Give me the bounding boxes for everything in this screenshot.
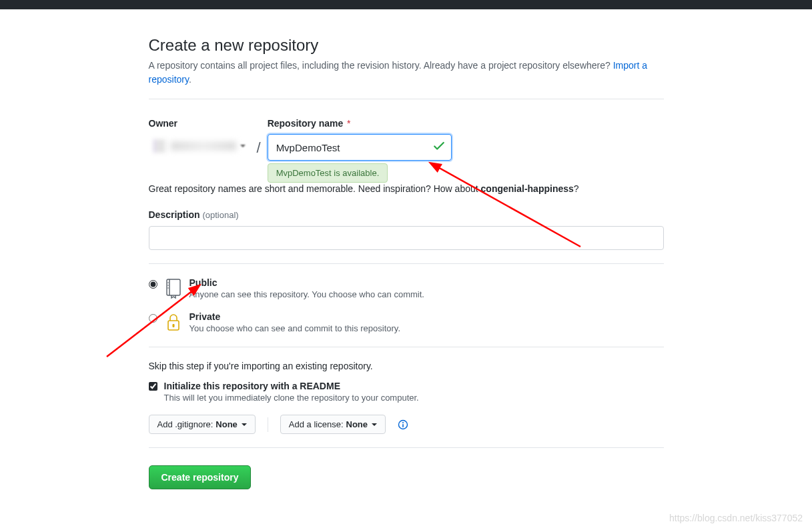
- license-select[interactable]: Add a license: None: [280, 415, 386, 434]
- check-icon: [433, 140, 445, 155]
- watermark: https://blog.csdn.net/kiss377052: [669, 513, 803, 523]
- top-nav-bar: [0, 0, 812, 9]
- owner-label: Owner: [149, 118, 250, 129]
- svg-rect-6: [172, 324, 174, 327]
- public-title: Public: [189, 277, 424, 288]
- form-container: Create a new repository A repository con…: [149, 9, 664, 489]
- slash-separator: /: [257, 139, 261, 157]
- private-sub: You choose who can see and commit to thi…: [189, 323, 401, 333]
- create-repository-button[interactable]: Create repository: [149, 465, 252, 489]
- lock-icon: [163, 311, 184, 333]
- public-sub: Anyone can see this repository. You choo…: [189, 289, 424, 299]
- divider: [149, 263, 664, 264]
- public-radio[interactable]: [149, 280, 157, 289]
- owner-name-redacted: [171, 141, 236, 151]
- repository-name-input[interactable]: [268, 134, 452, 161]
- divider: [149, 99, 664, 99]
- required-star: *: [347, 118, 350, 129]
- description-input[interactable]: [149, 226, 664, 250]
- private-title: Private: [189, 311, 401, 322]
- repo-name-label: Repository name *: [268, 118, 452, 129]
- lead-text: A repository contains all project files,…: [149, 60, 613, 71]
- svg-point-4: [167, 287, 169, 289]
- chevron-down-icon: [240, 145, 246, 147]
- repo-icon: [163, 277, 184, 299]
- gitignore-select[interactable]: Add .gitignore: None: [149, 415, 256, 434]
- readme-title: Initialize this repository with a README: [164, 381, 419, 391]
- suggestion-link[interactable]: congenial-happiness: [481, 183, 574, 194]
- lead-suffix: .: [189, 74, 191, 85]
- svg-rect-0: [167, 279, 180, 295]
- description-label: Description (optional): [149, 209, 239, 220]
- readme-checkbox[interactable]: [149, 382, 157, 391]
- name-hint: Great repository names are short and mem…: [149, 183, 664, 194]
- visibility-public-row: Public Anyone can see this repository. Y…: [149, 277, 664, 299]
- page-lead: A repository contains all project files,…: [149, 59, 664, 87]
- owner-select[interactable]: [149, 134, 250, 158]
- skip-import-note: Skip this step if you're importing an ex…: [149, 361, 664, 371]
- private-radio[interactable]: [149, 314, 157, 323]
- info-icon[interactable]: [398, 419, 408, 430]
- svg-point-2: [167, 282, 169, 283]
- divider: [149, 347, 664, 347]
- svg-point-3: [167, 285, 169, 286]
- page-title: Create a new repository: [149, 36, 664, 55]
- chevron-down-icon: [242, 423, 247, 426]
- svg-rect-9: [402, 424, 404, 427]
- readme-sub: This will let you immediately clone the …: [164, 393, 419, 403]
- visibility-private-row: Private You choose who can see and commi…: [149, 311, 664, 333]
- chevron-down-icon: [372, 423, 377, 426]
- svg-point-8: [402, 422, 404, 423]
- vertical-divider: [268, 417, 268, 432]
- availability-tooltip: MvpDemoTest is available.: [268, 163, 388, 183]
- divider: [149, 447, 664, 448]
- avatar: [153, 139, 167, 153]
